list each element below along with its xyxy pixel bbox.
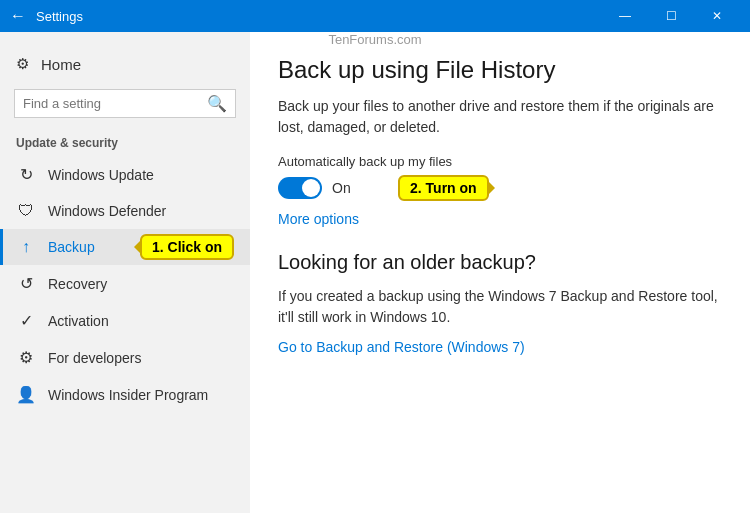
sidebar-item-home[interactable]: ⚙ Home bbox=[0, 47, 250, 81]
title-bar: ← Settings — ☐ ✕ bbox=[0, 0, 750, 32]
sidebar-item-label: Backup bbox=[48, 239, 95, 255]
sidebar-item-activation[interactable]: ✓ Activation bbox=[0, 302, 250, 339]
sidebar-item-label: Recovery bbox=[48, 276, 107, 292]
activation-icon: ✓ bbox=[16, 311, 36, 330]
close-button[interactable]: ✕ bbox=[694, 0, 740, 32]
sidebar-item-label: Windows Insider Program bbox=[48, 387, 208, 403]
sidebar-item-label: For developers bbox=[48, 350, 141, 366]
backup-icon: ↑ bbox=[16, 238, 36, 256]
app-title: Settings bbox=[36, 9, 602, 24]
more-options-link[interactable]: More options bbox=[278, 211, 722, 227]
toggle-label: Automatically back up my files bbox=[278, 154, 722, 169]
home-icon: ⚙ bbox=[16, 55, 29, 73]
sidebar-item-label: Windows Update bbox=[48, 167, 154, 183]
sidebar-item-recovery[interactable]: ↺ Recovery bbox=[0, 265, 250, 302]
sidebar-item-label: Activation bbox=[48, 313, 109, 329]
backup-row-wrapper: ↑ Backup 1. Click on bbox=[0, 229, 250, 265]
main-layout: ⚙ Home 🔍 Update & security ↻ Windows Upd… bbox=[0, 32, 750, 513]
content-description: Back up your files to another drive and … bbox=[278, 96, 722, 138]
page-title: Back up using File History bbox=[278, 56, 722, 84]
toggle-on-label: On bbox=[332, 180, 351, 196]
windows-update-icon: ↻ bbox=[16, 165, 36, 184]
recovery-icon: ↺ bbox=[16, 274, 36, 293]
back-button[interactable]: ← bbox=[10, 7, 26, 25]
maximize-button[interactable]: ☐ bbox=[648, 0, 694, 32]
sidebar-item-windows-defender[interactable]: 🛡 Windows Defender bbox=[0, 193, 250, 229]
toggle-row: On 2. Turn on bbox=[278, 177, 722, 199]
older-backup-desc: If you created a backup using the Window… bbox=[278, 286, 722, 328]
callout-2: 2. Turn on bbox=[398, 175, 489, 201]
windows-defender-icon: 🛡 bbox=[16, 202, 36, 220]
backup-restore-link[interactable]: Go to Backup and Restore (Windows 7) bbox=[278, 339, 525, 355]
search-icon: 🔍 bbox=[207, 94, 227, 113]
search-input[interactable] bbox=[23, 96, 201, 111]
content-area: Back up using File History Back up your … bbox=[250, 32, 750, 513]
home-label: Home bbox=[41, 56, 81, 73]
minimize-button[interactable]: — bbox=[602, 0, 648, 32]
backup-toggle[interactable] bbox=[278, 177, 322, 199]
sidebar-item-for-developers[interactable]: ⚙ For developers bbox=[0, 339, 250, 376]
search-box[interactable]: 🔍 bbox=[14, 89, 236, 118]
insider-icon: 👤 bbox=[16, 385, 36, 404]
toggle-knob bbox=[302, 179, 320, 197]
older-backup-title: Looking for an older backup? bbox=[278, 251, 722, 274]
window-controls: — ☐ ✕ bbox=[602, 0, 740, 32]
callout-1: 1. Click on bbox=[140, 234, 234, 260]
section-label: Update & security bbox=[0, 126, 250, 156]
developers-icon: ⚙ bbox=[16, 348, 36, 367]
sidebar-item-label: Windows Defender bbox=[48, 203, 166, 219]
sidebar: ⚙ Home 🔍 Update & security ↻ Windows Upd… bbox=[0, 32, 250, 513]
sidebar-item-windows-update[interactable]: ↻ Windows Update bbox=[0, 156, 250, 193]
sidebar-item-windows-insider[interactable]: 👤 Windows Insider Program bbox=[0, 376, 250, 413]
